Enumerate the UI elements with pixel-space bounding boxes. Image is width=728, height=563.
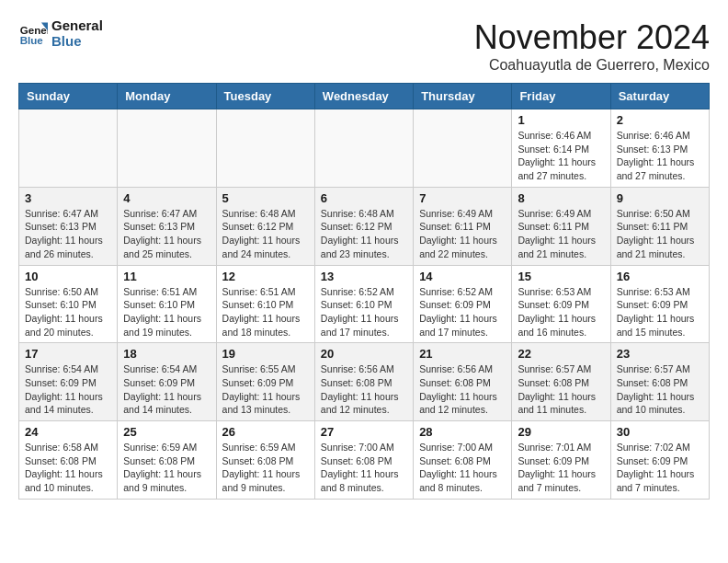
weekday-header-sunday: Sunday (19, 84, 118, 109)
calendar-cell: 8Sunrise: 6:49 AMSunset: 6:11 PMDaylight… (512, 187, 610, 265)
calendar-table: SundayMondayTuesdayWednesdayThursdayFrid… (18, 83, 710, 500)
logo: General Blue General Blue (18, 18, 103, 49)
calendar-cell: 1Sunrise: 6:46 AMSunset: 6:14 PMDaylight… (512, 109, 610, 188)
svg-text:Blue: Blue (20, 34, 44, 45)
day-number: 4 (123, 191, 210, 205)
day-number: 9 (617, 191, 703, 205)
day-info: Sunrise: 6:59 AMSunset: 6:08 PMDaylight:… (222, 441, 309, 495)
day-info: Sunrise: 6:54 AMSunset: 6:09 PMDaylight:… (25, 362, 111, 417)
calendar-cell: 16Sunrise: 6:53 AMSunset: 6:09 PMDayligh… (610, 265, 709, 343)
day-number: 23 (617, 347, 703, 361)
title-area: November 2024 Coahuayutla de Guerrero, M… (474, 18, 710, 74)
day-info: Sunrise: 6:53 AMSunset: 6:09 PMDaylight:… (617, 285, 703, 339)
calendar-cell: 14Sunrise: 6:52 AMSunset: 6:09 PMDayligh… (414, 265, 512, 343)
calendar-cell: 11Sunrise: 6:51 AMSunset: 6:10 PMDayligh… (118, 265, 216, 343)
day-info: Sunrise: 6:52 AMSunset: 6:10 PMDaylight:… (321, 285, 407, 339)
day-info: Sunrise: 6:56 AMSunset: 6:08 PMDaylight:… (321, 362, 407, 417)
day-info: Sunrise: 6:46 AMSunset: 6:13 PMDaylight:… (617, 129, 703, 183)
calendar-cell: 4Sunrise: 6:47 AMSunset: 6:13 PMDaylight… (118, 187, 216, 265)
calendar-cell (19, 109, 118, 188)
calendar-cell: 30Sunrise: 7:02 AMSunset: 6:09 PMDayligh… (610, 421, 709, 500)
day-number: 18 (123, 347, 210, 361)
day-number: 20 (321, 347, 407, 361)
day-number: 29 (518, 425, 604, 439)
calendar-cell (118, 109, 216, 188)
day-number: 2 (617, 113, 703, 127)
calendar-cell: 27Sunrise: 7:00 AMSunset: 6:08 PMDayligh… (314, 421, 413, 500)
calendar-cell (314, 109, 413, 188)
day-info: Sunrise: 6:54 AMSunset: 6:09 PMDaylight:… (123, 362, 210, 417)
day-number: 15 (518, 270, 604, 283)
day-info: Sunrise: 6:51 AMSunset: 6:10 PMDaylight:… (222, 285, 309, 339)
calendar-cell: 12Sunrise: 6:51 AMSunset: 6:10 PMDayligh… (216, 265, 314, 343)
day-info: Sunrise: 6:49 AMSunset: 6:11 PMDaylight:… (518, 207, 604, 261)
calendar-cell (414, 109, 512, 188)
day-info: Sunrise: 6:59 AMSunset: 6:08 PMDaylight:… (123, 441, 210, 495)
weekday-header-tuesday: Tuesday (216, 84, 314, 109)
calendar-cell: 28Sunrise: 7:00 AMSunset: 6:08 PMDayligh… (414, 421, 512, 500)
day-info: Sunrise: 7:02 AMSunset: 6:09 PMDaylight:… (617, 441, 703, 495)
day-info: Sunrise: 6:47 AMSunset: 6:13 PMDaylight:… (25, 207, 111, 261)
calendar-cell: 21Sunrise: 6:56 AMSunset: 6:08 PMDayligh… (414, 343, 512, 421)
day-info: Sunrise: 6:47 AMSunset: 6:13 PMDaylight:… (123, 207, 210, 261)
day-number: 14 (419, 270, 506, 283)
day-number: 7 (419, 191, 506, 205)
day-info: Sunrise: 6:51 AMSunset: 6:10 PMDaylight:… (123, 285, 210, 339)
day-info: Sunrise: 6:46 AMSunset: 6:14 PMDaylight:… (518, 129, 604, 183)
day-number: 16 (617, 270, 703, 283)
day-number: 11 (123, 270, 210, 283)
calendar-cell: 17Sunrise: 6:54 AMSunset: 6:09 PMDayligh… (19, 343, 118, 421)
calendar-cell: 7Sunrise: 6:49 AMSunset: 6:11 PMDaylight… (414, 187, 512, 265)
weekday-header-wednesday: Wednesday (314, 84, 413, 109)
day-info: Sunrise: 7:00 AMSunset: 6:08 PMDaylight:… (321, 441, 407, 495)
calendar-cell: 22Sunrise: 6:57 AMSunset: 6:08 PMDayligh… (512, 343, 610, 421)
day-number: 10 (25, 270, 111, 283)
calendar-cell: 2Sunrise: 6:46 AMSunset: 6:13 PMDaylight… (610, 109, 709, 188)
day-info: Sunrise: 6:50 AMSunset: 6:10 PMDaylight:… (25, 285, 111, 339)
day-number: 13 (321, 270, 407, 283)
day-number: 26 (222, 425, 309, 439)
day-info: Sunrise: 6:48 AMSunset: 6:12 PMDaylight:… (222, 207, 309, 261)
weekday-header-monday: Monday (118, 84, 216, 109)
day-number: 5 (222, 191, 309, 205)
day-number: 27 (321, 425, 407, 439)
calendar-cell: 20Sunrise: 6:56 AMSunset: 6:08 PMDayligh… (314, 343, 413, 421)
calendar-cell: 29Sunrise: 7:01 AMSunset: 6:09 PMDayligh… (512, 421, 610, 500)
day-number: 6 (321, 191, 407, 205)
calendar-cell: 24Sunrise: 6:58 AMSunset: 6:08 PMDayligh… (19, 421, 118, 500)
calendar-cell: 25Sunrise: 6:59 AMSunset: 6:08 PMDayligh… (118, 421, 216, 500)
month-title: November 2024 (474, 18, 710, 57)
day-info: Sunrise: 6:57 AMSunset: 6:08 PMDaylight:… (518, 362, 604, 417)
calendar-cell: 6Sunrise: 6:48 AMSunset: 6:12 PMDaylight… (314, 187, 413, 265)
logo-blue: Blue (51, 34, 103, 50)
calendar-cell: 18Sunrise: 6:54 AMSunset: 6:09 PMDayligh… (118, 343, 216, 421)
calendar-cell: 9Sunrise: 6:50 AMSunset: 6:11 PMDaylight… (610, 187, 709, 265)
day-info: Sunrise: 6:50 AMSunset: 6:11 PMDaylight:… (617, 207, 703, 261)
day-number: 25 (123, 425, 210, 439)
calendar-cell: 10Sunrise: 6:50 AMSunset: 6:10 PMDayligh… (19, 265, 118, 343)
logo-general: General (51, 18, 103, 34)
day-info: Sunrise: 6:53 AMSunset: 6:09 PMDaylight:… (518, 285, 604, 339)
calendar-cell: 19Sunrise: 6:55 AMSunset: 6:09 PMDayligh… (216, 343, 314, 421)
day-number: 24 (25, 425, 111, 439)
day-number: 19 (222, 347, 309, 361)
day-info: Sunrise: 6:52 AMSunset: 6:09 PMDaylight:… (419, 285, 506, 339)
day-number: 1 (518, 113, 604, 127)
calendar-cell: 13Sunrise: 6:52 AMSunset: 6:10 PMDayligh… (314, 265, 413, 343)
weekday-header-thursday: Thursday (414, 84, 512, 109)
calendar-cell: 26Sunrise: 6:59 AMSunset: 6:08 PMDayligh… (216, 421, 314, 500)
day-info: Sunrise: 6:48 AMSunset: 6:12 PMDaylight:… (321, 207, 407, 261)
day-number: 17 (25, 347, 111, 361)
calendar-cell: 23Sunrise: 6:57 AMSunset: 6:08 PMDayligh… (610, 343, 709, 421)
day-info: Sunrise: 7:00 AMSunset: 6:08 PMDaylight:… (419, 441, 506, 495)
day-info: Sunrise: 6:58 AMSunset: 6:08 PMDaylight:… (25, 441, 111, 495)
day-info: Sunrise: 6:57 AMSunset: 6:08 PMDaylight:… (617, 362, 703, 417)
location-title: Coahuayutla de Guerrero, Mexico (474, 57, 710, 74)
calendar-cell: 3Sunrise: 6:47 AMSunset: 6:13 PMDaylight… (19, 187, 118, 265)
day-number: 8 (518, 191, 604, 205)
weekday-header-saturday: Saturday (610, 84, 709, 109)
calendar-cell: 5Sunrise: 6:48 AMSunset: 6:12 PMDaylight… (216, 187, 314, 265)
day-info: Sunrise: 7:01 AMSunset: 6:09 PMDaylight:… (518, 441, 604, 495)
day-number: 30 (617, 425, 703, 439)
day-info: Sunrise: 6:55 AMSunset: 6:09 PMDaylight:… (222, 362, 309, 417)
